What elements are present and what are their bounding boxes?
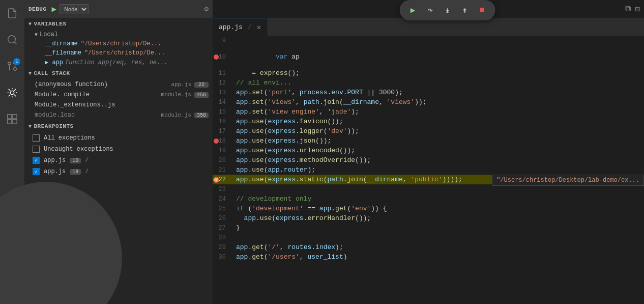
debug-config-select[interactable]: Node <box>60 4 89 14</box>
line-num-12: 12 <box>213 79 234 87</box>
local-arrow: ▼ <box>35 32 38 38</box>
code-content-30: app.get('/users', user_list) <box>234 253 644 261</box>
bp-appjs-10-slash: / <box>85 157 89 164</box>
code-content-14: app.set('views', path.join(__dirname, 'v… <box>234 98 644 106</box>
svg-point-2 <box>14 68 17 71</box>
search-icon[interactable] <box>3 31 21 49</box>
code-line-22: 22 app.use(express.static(path.join(__di… <box>213 175 644 184</box>
var-app: ▶ app function app(req, res, ne... <box>31 58 213 67</box>
call-item-anonymous[interactable]: (anonymous function) app.js 22 <box>24 79 213 90</box>
code-content-24: // development only <box>234 195 644 203</box>
callstack-arrow: ▼ <box>28 71 32 76</box>
variables-label: VARIABLES <box>34 21 67 27</box>
bp-uncaught-exceptions-checkbox[interactable] <box>33 146 40 153</box>
debug-icon[interactable] <box>3 84 21 102</box>
code-content-26: app.use(express.errorHandler()); <box>234 214 644 222</box>
line-num-11: 11 <box>213 70 234 77</box>
bp-appjs-10-checkbox[interactable] <box>33 157 40 164</box>
debug-play-button[interactable]: ▶ <box>52 4 57 14</box>
callstack-header[interactable]: ▼ CALL STACK <box>24 67 213 79</box>
code-content-18: app.use(express.json()); <box>234 137 644 145</box>
code-content-15: app.set('view engine', 'jade'); <box>234 108 644 116</box>
line-num-18: 18 <box>213 137 234 145</box>
bp-appjs-18-checkbox[interactable] <box>33 168 40 175</box>
variables-header[interactable]: ▼ VARIABLES <box>24 18 213 30</box>
step-over-button[interactable]: ↷ <box>423 3 437 17</box>
split-editor-icon[interactable]: ⧉ <box>625 4 631 14</box>
bp-appjs-18-line: 18 <box>70 169 81 175</box>
code-content-13: app.set('port', process.env.PORT || 3000… <box>234 89 644 96</box>
code-line-13: 13 app.set('port', process.env.PORT || 3… <box>213 88 644 97</box>
callstack-label: CALL STACK <box>34 70 70 76</box>
code-content-27: } <box>234 224 644 232</box>
continue-button[interactable]: ▶ <box>406 3 420 17</box>
code-line-29: 29 app.get('/', routes.index); <box>213 242 644 252</box>
line-num-22: 22 <box>213 176 234 183</box>
line-num-28: 28 <box>213 234 234 241</box>
call-fn-load: module.load <box>35 112 75 119</box>
code-line-21: 21 app.use(app.router); <box>213 165 644 175</box>
line-num-21: 21 <box>213 167 234 174</box>
line-num-14: 14 <box>213 99 234 106</box>
code-content-16: app.use(express.favicon()); <box>234 118 644 125</box>
code-line-17: 17 app.use(express.logger('dev')); <box>213 126 644 136</box>
breakpoints-arrow: ▼ <box>28 124 32 129</box>
code-editor[interactable]: 9 10 var ap 11 = express(); 12 // all en… <box>213 36 644 304</box>
debug-settings-icon[interactable]: ⚙ <box>204 5 209 13</box>
line-num-19: 19 <box>213 147 234 154</box>
breakpoint-18 <box>214 139 219 144</box>
code-line-15: 15 app.set('view engine', 'jade'); <box>213 107 644 117</box>
stop-button[interactable]: ■ <box>475 3 489 17</box>
line-num-20: 20 <box>213 157 234 164</box>
main-editor: ▶ ↷ ↡ ↟ ■ app.js / ✕ ⧉ ⊟ 9 10 <box>213 0 644 304</box>
line-num-13: 13 <box>213 89 234 96</box>
line-num-15: 15 <box>213 108 234 116</box>
call-file-load: module.js <box>161 112 191 118</box>
code-content-23 <box>234 185 644 193</box>
call-item-extensions[interactable]: Module._extensions..js <box>24 100 213 110</box>
bp-uncaught-exceptions-label: Uncaught exceptions <box>44 146 113 153</box>
tab-bar: app.js / ✕ <box>213 18 644 36</box>
collapse-icon[interactable]: ⊟ <box>635 4 640 14</box>
scm-badge: 1 <box>13 58 20 65</box>
scm-icon[interactable]: 1 <box>3 57 21 75</box>
svg-rect-8 <box>8 120 12 124</box>
var-filename-value: "/Users/christop/De... <box>84 49 165 57</box>
code-line-26: 26 app.use(express.errorHandler()); <box>213 213 644 223</box>
tab-appjs-close[interactable]: ✕ <box>257 23 261 32</box>
breakpoints-label: BREAKPOINTS <box>34 123 74 129</box>
bp-appjs-10-line: 10 <box>70 158 81 163</box>
local-label: Local <box>40 31 58 38</box>
bp-all-exceptions-checkbox[interactable] <box>33 134 40 142</box>
var-dirname-name: __dirname <box>45 40 78 47</box>
tab-appjs[interactable]: app.js / ✕ <box>213 18 268 36</box>
code-content-12: // all envi... <box>234 79 644 87</box>
call-file-compile: module.js <box>161 92 191 98</box>
debug-label: DEBUG <box>28 6 47 12</box>
code-content-17: app.use(express.logger('dev')); <box>234 127 644 135</box>
code-content-28 <box>234 234 644 241</box>
step-out-button[interactable]: ↟ <box>458 3 472 17</box>
code-line-28: 28 <box>213 233 644 242</box>
callstack-section: ▼ CALL STACK (anonymous function) app.js… <box>24 67 213 120</box>
bp-appjs-18-slash: / <box>85 168 89 175</box>
call-item-load[interactable]: module.load module.js 350 <box>24 110 213 120</box>
bp-appjs-18-file: app.js <box>44 168 66 175</box>
bp-appjs-10-file: app.js <box>44 157 66 164</box>
call-item-compile[interactable]: Module._compile module.js 456 <box>24 90 213 100</box>
files-icon[interactable] <box>3 4 21 22</box>
var-filename: __filename "/Users/christop/De... <box>31 48 213 58</box>
breakpoint-22 <box>213 177 219 183</box>
svg-rect-6 <box>8 115 12 119</box>
line-num-24: 24 <box>213 196 234 203</box>
code-line-20: 20 app.use(express.methodOverride()); <box>213 155 644 165</box>
breakpoints-section: ▼ BREAKPOINTS All exceptions Uncaught ex… <box>24 120 213 177</box>
step-into-button[interactable]: ↡ <box>441 3 455 17</box>
code-line-9: 9 <box>213 36 644 45</box>
debug-controls-bar: ▶ ↷ ↡ ↟ ■ <box>400 0 495 20</box>
breakpoint-10 <box>214 54 219 60</box>
breakpoints-header[interactable]: ▼ BREAKPOINTS <box>24 120 213 132</box>
local-group[interactable]: ▼ Local <box>31 30 213 39</box>
variables-arrow: ▼ <box>28 21 32 27</box>
extensions-icon[interactable] <box>3 110 21 128</box>
